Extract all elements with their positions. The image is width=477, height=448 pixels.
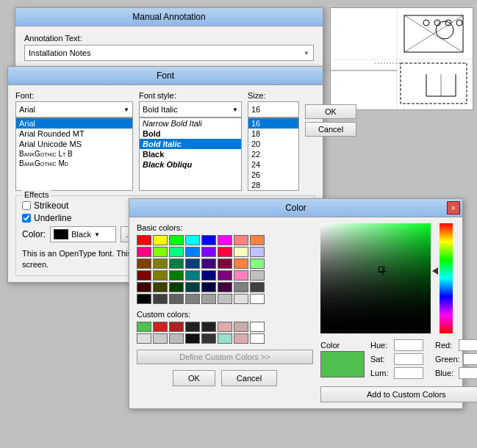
custom-color-cell[interactable] bbox=[153, 333, 168, 344]
style-list-item[interactable]: Black bbox=[140, 149, 241, 159]
color-cell[interactable] bbox=[169, 259, 184, 269]
color-cell[interactable] bbox=[137, 270, 151, 281]
custom-color-cell[interactable] bbox=[234, 333, 248, 344]
font-size-input[interactable]: 16 bbox=[248, 101, 299, 118]
color-cell[interactable] bbox=[185, 294, 200, 304]
custom-color-cell[interactable] bbox=[185, 322, 200, 332]
color-cell[interactable] bbox=[137, 259, 151, 269]
color-cell[interactable] bbox=[153, 270, 168, 281]
color-cell[interactable] bbox=[234, 282, 248, 292]
color-cell[interactable] bbox=[234, 247, 248, 257]
font-name-input[interactable]: Arial ▼ bbox=[15, 101, 133, 118]
lum-input[interactable]: 119 bbox=[394, 367, 423, 379]
color-gradient-area[interactable] bbox=[320, 223, 453, 333]
font-ok-button[interactable]: OK bbox=[305, 104, 356, 119]
color-close-button[interactable]: × bbox=[447, 201, 460, 214]
color-cell[interactable] bbox=[169, 247, 184, 257]
color-cell[interactable] bbox=[153, 247, 168, 257]
color-cell[interactable] bbox=[201, 282, 216, 292]
custom-color-cell[interactable] bbox=[169, 333, 184, 344]
gradient-box[interactable] bbox=[320, 223, 431, 333]
hue-input[interactable]: 83 bbox=[394, 339, 423, 351]
size-list-item[interactable]: 18 bbox=[248, 129, 298, 139]
underline-checkbox[interactable] bbox=[22, 214, 31, 223]
color-cell[interactable] bbox=[234, 270, 248, 281]
color-cell[interactable] bbox=[169, 282, 184, 292]
style-list-item[interactable]: Black Obliqu bbox=[140, 159, 241, 170]
style-list[interactable]: Narrow Bold Itali Bold Bold Italic Black… bbox=[139, 118, 242, 191]
blue-input[interactable]: 57 bbox=[459, 367, 477, 379]
custom-color-cell[interactable] bbox=[185, 333, 200, 344]
color-cell[interactable] bbox=[201, 259, 216, 269]
color-cell[interactable] bbox=[185, 235, 200, 245]
color-cell[interactable] bbox=[218, 259, 232, 269]
define-custom-colors-button[interactable]: Define Custom Colors >> bbox=[137, 350, 313, 364]
style-list-item[interactable]: Bold bbox=[140, 129, 241, 139]
color-cell[interactable] bbox=[153, 294, 168, 304]
font-list-item[interactable]: Arial bbox=[16, 118, 132, 129]
color-cell[interactable] bbox=[169, 294, 184, 304]
annotation-text-input[interactable]: Installation Notes ▼ bbox=[24, 45, 314, 61]
color-cell[interactable] bbox=[137, 282, 151, 292]
font-list-item[interactable]: Arial Rounded MT bbox=[16, 129, 132, 139]
color-cell[interactable] bbox=[169, 270, 184, 281]
strikeout-checkbox[interactable] bbox=[22, 201, 31, 210]
custom-color-cell[interactable] bbox=[137, 333, 151, 344]
color-cell[interactable] bbox=[218, 247, 232, 257]
color-cell[interactable] bbox=[218, 235, 232, 245]
font-list-item[interactable]: BankGothic Md bbox=[16, 159, 132, 168]
color-cell[interactable] bbox=[153, 235, 168, 245]
color-cell[interactable] bbox=[201, 235, 216, 245]
hue-slider[interactable] bbox=[440, 223, 453, 333]
custom-color-cell[interactable] bbox=[234, 322, 248, 332]
color-cell[interactable] bbox=[218, 282, 232, 292]
custom-color-cell[interactable] bbox=[201, 322, 216, 332]
size-list-item[interactable]: 16 bbox=[248, 118, 298, 129]
color-cell[interactable] bbox=[250, 294, 265, 304]
size-list-item[interactable]: 28 bbox=[248, 180, 298, 190]
color-cell[interactable] bbox=[250, 259, 265, 269]
color-cell[interactable] bbox=[250, 282, 265, 292]
size-list-item[interactable]: 24 bbox=[248, 159, 298, 170]
font-list[interactable]: Arial Arial Rounded MT Arial Unicode MS … bbox=[15, 118, 133, 191]
custom-color-cell[interactable] bbox=[250, 322, 265, 332]
color-cell[interactable] bbox=[218, 294, 232, 304]
style-list-item[interactable]: Bold Italic bbox=[140, 139, 241, 149]
color-cancel-button[interactable]: Cancel bbox=[221, 370, 277, 386]
color-ok-button[interactable]: OK bbox=[173, 370, 215, 386]
custom-color-cell[interactable] bbox=[218, 333, 232, 344]
font-list-item[interactable]: Arial Unicode MS bbox=[16, 139, 132, 149]
color-cell[interactable] bbox=[185, 259, 200, 269]
color-cell[interactable] bbox=[185, 270, 200, 281]
red-input[interactable]: 46 bbox=[459, 339, 477, 351]
color-cell[interactable] bbox=[169, 235, 184, 245]
color-cell[interactable] bbox=[185, 247, 200, 257]
custom-color-cell[interactable] bbox=[218, 322, 232, 332]
font-style-input[interactable]: Bold Italic ▼ bbox=[139, 101, 242, 118]
add-to-custom-colors-button[interactable]: Add to Custom Colors bbox=[320, 386, 477, 402]
color-cell[interactable] bbox=[250, 235, 265, 245]
style-list-item[interactable]: Narrow Bold Itali bbox=[140, 118, 241, 129]
color-cell[interactable] bbox=[153, 282, 168, 292]
color-cell[interactable] bbox=[137, 247, 151, 257]
color-cell[interactable] bbox=[234, 259, 248, 269]
color-cell[interactable] bbox=[201, 270, 216, 281]
color-cell[interactable] bbox=[250, 247, 265, 257]
color-cell[interactable] bbox=[137, 235, 151, 245]
size-list[interactable]: 16 18 20 22 24 26 28 bbox=[248, 118, 299, 191]
color-cell[interactable] bbox=[234, 294, 248, 304]
custom-color-cell[interactable] bbox=[153, 322, 168, 332]
color-cell[interactable] bbox=[153, 259, 168, 269]
color-cell[interactable] bbox=[218, 270, 232, 281]
color-cell[interactable] bbox=[250, 270, 265, 281]
color-cell[interactable] bbox=[234, 235, 248, 245]
color-cell[interactable] bbox=[201, 247, 216, 257]
size-list-item[interactable]: 22 bbox=[248, 149, 298, 159]
size-list-item[interactable]: 20 bbox=[248, 139, 298, 149]
font-list-item[interactable]: BankGothic Lt B bbox=[16, 149, 132, 159]
color-dropdown[interactable]: Black ▼ bbox=[50, 226, 116, 242]
custom-color-cell[interactable] bbox=[169, 322, 184, 332]
custom-color-cell[interactable] bbox=[250, 333, 265, 344]
sat-input[interactable]: 153 bbox=[394, 353, 423, 365]
custom-color-cell[interactable] bbox=[137, 322, 151, 332]
